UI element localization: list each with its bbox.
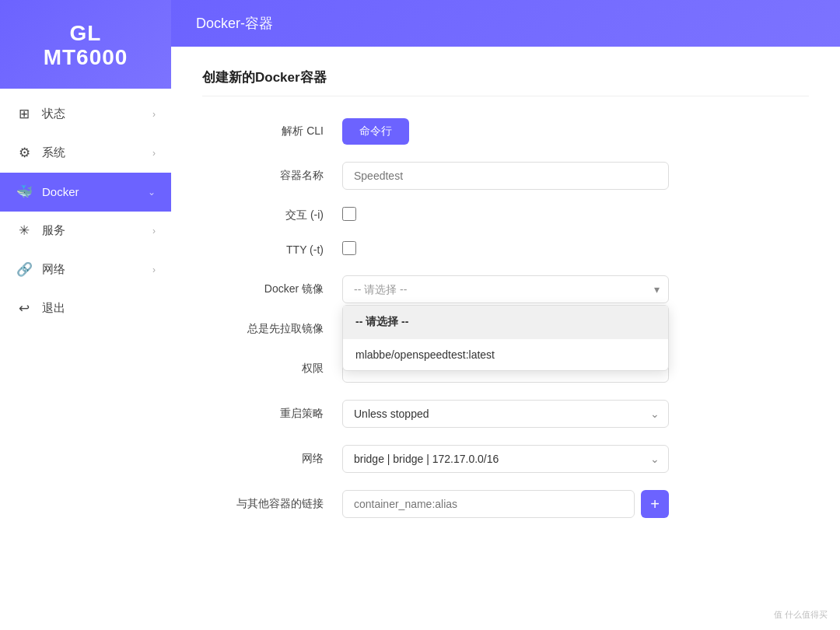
- sidebar-logo: GL MT6000: [0, 0, 171, 89]
- dropdown-option-placeholder[interactable]: -- 请选择 --: [343, 306, 668, 338]
- sidebar-item-system[interactable]: ⚙ 系统 ›: [0, 134, 171, 173]
- parse-cli-button[interactable]: 命令行: [342, 118, 409, 145]
- system-arrow-icon: ›: [152, 148, 156, 159]
- restart-policy-control: Unless stopped Always On failure Never ⌄: [342, 400, 669, 428]
- container-name-input[interactable]: [342, 162, 669, 190]
- main-content: Docker-容器 创建新的Docker容器 解析 CLI 命令行 容器名称 交…: [171, 0, 840, 630]
- sidebar-item-services-label: 服务: [42, 223, 152, 238]
- interactive-checkbox[interactable]: [342, 207, 356, 221]
- sidebar-item-system-label: 系统: [42, 145, 152, 160]
- network-select-wrap: bridge | bridge | 172.17.0.0/16 ⌄: [342, 445, 669, 473]
- services-icon: ✳: [16, 222, 33, 240]
- tty-control: [342, 241, 669, 258]
- logo-line1: GL: [70, 21, 102, 45]
- tty-label: TTY (-t): [202, 243, 342, 256]
- container-name-label: 容器名称: [202, 169, 342, 183]
- sidebar-item-network-label: 网络: [42, 262, 152, 277]
- dropdown-option-speedtest[interactable]: mlabbe/openspeedtest:latest: [343, 338, 668, 370]
- network-select[interactable]: bridge | bridge | 172.17.0.0/16: [342, 445, 669, 473]
- sidebar-item-logout-label: 退出: [42, 301, 156, 316]
- sidebar-item-docker[interactable]: 🐳 Docker ⌄: [0, 173, 171, 212]
- parse-cli-control: 命令行: [342, 118, 669, 145]
- page-title: Docker-容器: [196, 14, 273, 33]
- sidebar: GL MT6000 ⊞ 状态 › ⚙ 系统 › 🐳 Docker ⌄ ✳ 服务 …: [0, 0, 171, 630]
- restart-select-wrap: Unless stopped Always On failure Never ⌄: [342, 400, 669, 428]
- restart-policy-select[interactable]: Unless stopped Always On failure Never: [342, 400, 669, 428]
- restart-policy-label: 重启策略: [202, 407, 342, 421]
- links-control: +: [342, 490, 669, 518]
- sidebar-item-docker-label: Docker: [42, 185, 148, 198]
- tty-checkbox[interactable]: [342, 241, 356, 255]
- tty-row: TTY (-t): [202, 241, 809, 258]
- links-row: 与其他容器的链接 +: [202, 490, 809, 518]
- always-pull-label: 总是先拉取镜像: [202, 322, 342, 336]
- sidebar-item-status[interactable]: ⊞ 状态 ›: [0, 95, 171, 134]
- network-arrow-icon: ›: [152, 264, 156, 275]
- network-icon: 🔗: [16, 261, 33, 278]
- docker-icon: 🐳: [16, 184, 33, 201]
- interactive-control: [342, 207, 669, 224]
- interactive-label: 交互 (-i): [202, 208, 342, 222]
- parse-cli-label: 解析 CLI: [202, 124, 342, 138]
- parse-cli-row: 解析 CLI 命令行: [202, 118, 809, 145]
- network-control: bridge | bridge | 172.17.0.0/16 ⌄: [342, 445, 669, 473]
- docker-image-control: -- 请选择 -- mlabbe/openspeedtest:latest ▾: [342, 275, 669, 303]
- privilege-label: 权限: [202, 362, 342, 376]
- sidebar-nav: ⊞ 状态 › ⚙ 系统 › 🐳 Docker ⌄ ✳ 服务 › 🔗 网络 › ↩…: [0, 89, 171, 630]
- container-name-control: [342, 162, 669, 190]
- sidebar-item-logout[interactable]: ↩ 退出: [0, 289, 171, 328]
- logout-icon: ↩: [16, 300, 33, 317]
- docker-image-select-wrap: -- 请选择 -- mlabbe/openspeedtest:latest ▾: [342, 275, 669, 303]
- docker-image-label: Docker 镜像: [202, 282, 342, 296]
- link-input[interactable]: [342, 490, 635, 518]
- content-area: 创建新的Docker容器 解析 CLI 命令行 容器名称 交互 (-i) TTY…: [171, 47, 840, 630]
- main-header: Docker-容器: [171, 0, 840, 47]
- section-title: 创建新的Docker容器: [202, 68, 809, 96]
- services-arrow-icon: ›: [152, 226, 156, 236]
- links-label: 与其他容器的链接: [202, 497, 342, 511]
- network-row: 网络 bridge | bridge | 172.17.0.0/16 ⌄: [202, 445, 809, 473]
- status-arrow-icon: ›: [152, 109, 156, 120]
- logo-text: GL MT6000: [0, 22, 171, 70]
- logo-line2: MT6000: [44, 45, 128, 69]
- interactive-row: 交互 (-i): [202, 207, 809, 224]
- sidebar-item-status-label: 状态: [42, 107, 152, 121]
- container-name-row: 容器名称: [202, 162, 809, 190]
- status-icon: ⊞: [16, 106, 33, 123]
- sidebar-item-network[interactable]: 🔗 网络 ›: [0, 250, 171, 289]
- docker-image-row: Docker 镜像 -- 请选择 -- mlabbe/openspeedtest…: [202, 275, 809, 303]
- sidebar-item-services[interactable]: ✳ 服务 ›: [0, 212, 171, 250]
- restart-policy-row: 重启策略 Unless stopped Always On failure Ne…: [202, 400, 809, 428]
- system-icon: ⚙: [16, 145, 33, 162]
- docker-image-select[interactable]: -- 请选择 -- mlabbe/openspeedtest:latest: [342, 275, 669, 303]
- link-row-wrap: +: [342, 490, 669, 518]
- link-add-button[interactable]: +: [641, 490, 669, 518]
- docker-image-dropdown[interactable]: -- 请选择 -- mlabbe/openspeedtest:latest: [342, 305, 669, 371]
- network-label: 网络: [202, 452, 342, 466]
- docker-arrow-icon: ⌄: [148, 187, 156, 198]
